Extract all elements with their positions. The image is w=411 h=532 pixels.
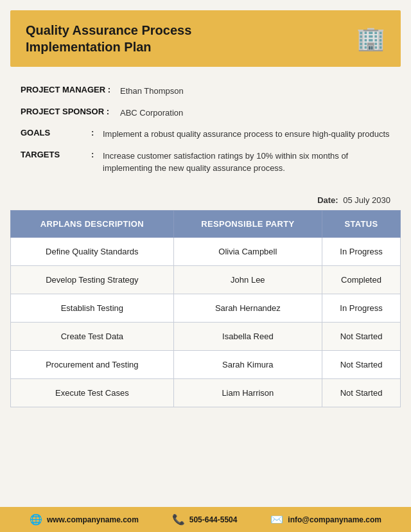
row-description: Execute Test Cases [11,378,174,407]
row-responsible: Isabella Reed [173,322,322,350]
targets-row: TARGETS : Increase customer satisfaction… [21,150,390,175]
action-plans-table: ARPLANS DESCRIPTION RESPONSIBLE PARTY ST… [10,210,401,407]
goals-colon: : [91,128,103,137]
footer-phone: 📞 505-644-5504 [172,513,238,526]
table-row: Procurement and TestingSarah KimuraNot S… [11,350,401,378]
row-responsible: Sarah Hernandez [173,294,322,322]
page-footer: 🌐 www.companyname.com 📞 505-644-5504 ✉️ … [0,507,411,532]
phone-text: 505-644-5504 [189,515,238,524]
row-status: In Progress [322,294,401,322]
row-description: Procurement and Testing [11,350,174,378]
footer-email: ✉️ info@companyname.com [270,513,381,526]
row-description: Establish Testing [11,294,174,322]
table-row: Develop Testing StrategyJohn LeeComplete… [11,265,401,294]
row-description: Develop Testing Strategy [11,265,174,294]
row-responsible: Olivia Campbell [173,237,322,265]
footer-website: 🌐 www.companyname.com [30,513,139,526]
page-title: Quality Assurance Process Implementation… [26,22,191,55]
col-responsible: RESPONSIBLE PARTY [173,210,322,237]
row-description: Create Test Data [11,322,174,350]
project-sponsor-value: ABC Corporation [120,107,390,120]
building-icon: 🏢 [356,25,385,52]
page-header: Quality Assurance Process Implementation… [10,10,401,67]
date-row: Date: 05 July 2030 [0,190,411,210]
targets-label: TARGETS [21,150,91,159]
targets-value: Increase customer satisfaction ratings b… [103,150,390,175]
plans-table: ARPLANS DESCRIPTION RESPONSIBLE PARTY ST… [10,210,401,407]
goals-row: GOALS : Implement a robust quality assur… [21,128,390,141]
row-status: Not Started [322,350,401,378]
date-label: Date: [317,195,338,205]
col-description: ARPLANS DESCRIPTION [11,210,174,237]
table-row: Establish TestingSarah HernandezIn Progr… [11,294,401,322]
website-text: www.companyname.com [47,515,139,524]
row-status: Completed [322,265,401,294]
globe-icon: 🌐 [30,513,42,526]
project-manager-value: Ethan Thompson [120,85,390,98]
table-row: Define Quality StandardsOlivia CampbellI… [11,237,401,265]
col-status: STATUS [322,210,401,237]
project-info-section: PROJECT MANAGER : Ethan Thompson PROJECT… [0,67,411,190]
table-row: Create Test DataIsabella ReedNot Started [11,322,401,350]
email-icon: ✉️ [270,513,283,526]
project-sponsor-row: PROJECT SPONSOR : ABC Corporation [21,107,390,120]
targets-colon: : [91,150,103,159]
row-description: Define Quality Standards [11,237,174,265]
goals-value: Implement a robust quality assurance pro… [103,128,390,141]
row-status: Not Started [322,322,401,350]
row-responsible: Sarah Kimura [173,350,322,378]
date-value: 05 July 2030 [343,195,390,205]
row-responsible: John Lee [173,265,322,294]
project-manager-label: PROJECT MANAGER : [21,85,120,94]
project-sponsor-label: PROJECT SPONSOR : [21,107,120,116]
row-responsible: Liam Harrison [173,378,322,407]
row-status: In Progress [322,237,401,265]
project-manager-row: PROJECT MANAGER : Ethan Thompson [21,85,390,98]
table-row: Execute Test CasesLiam HarrisonNot Start… [11,378,401,407]
table-header-row: ARPLANS DESCRIPTION RESPONSIBLE PARTY ST… [11,210,401,237]
row-status: Not Started [322,378,401,407]
phone-icon: 📞 [172,513,185,526]
email-text: info@companyname.com [288,515,381,524]
goals-label: GOALS [21,128,91,137]
